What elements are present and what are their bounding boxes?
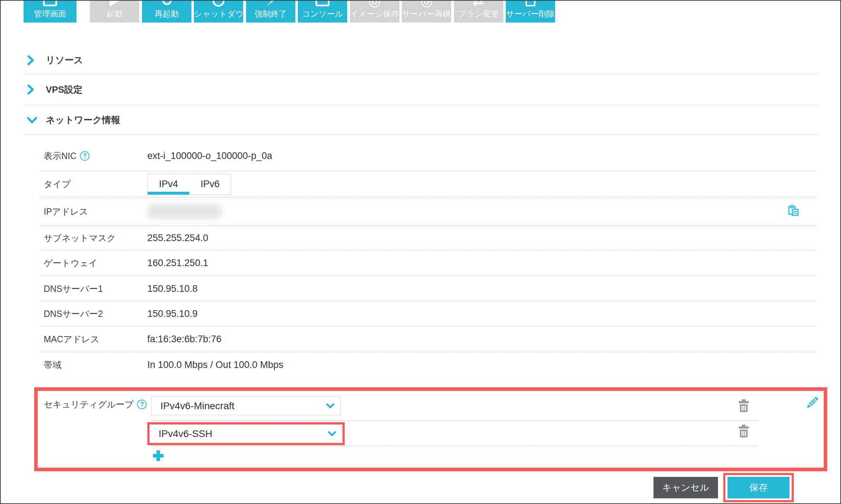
- chevron-down-icon: [26, 116, 41, 125]
- section-header-network-info[interactable]: ネットワーク情報: [24, 105, 819, 135]
- edit-pencil-icon[interactable]: [804, 395, 820, 412]
- security-group-select-2[interactable]: IPv4v6-SSH: [149, 424, 343, 443]
- selected-group-2: IPv4v6-SSH: [159, 428, 213, 440]
- toolbar-button-restart[interactable]: ↻ 再起動: [142, 1, 191, 23]
- row-label: MACアドレス: [39, 333, 147, 345]
- redacted-ip-value: [147, 204, 222, 219]
- security-group-select-1[interactable]: IPv4v6-Minecraft: [151, 397, 341, 415]
- gateway-value: 160.251.250.1: [147, 258, 208, 269]
- row-label: タイプ: [39, 178, 147, 190]
- toolbar-button-admin-panel[interactable]: 管理画面: [24, 1, 76, 23]
- display-nic-value: ext-i_100000-o_100000-p_0a: [147, 150, 272, 161]
- cancel-button[interactable]: キャンセル: [653, 477, 718, 498]
- server-action-toolbar: 管理画面 起動 ↻ 再起動 シャットダウン ⚡ 強制終了 コンソール ◎ イメー…: [24, 1, 556, 23]
- toolbar-button-force-stop[interactable]: ⚡ 強制終了: [246, 1, 295, 23]
- table-row-type: タイプ IPv4 IPv6: [39, 171, 816, 198]
- row-label: サブネットマスク: [39, 232, 147, 244]
- chevron-down-icon: [326, 400, 335, 412]
- row-label: 表示NIC: [44, 150, 76, 162]
- row-label: IPアドレス: [39, 206, 147, 217]
- row-label: DNSサーバー1: [39, 283, 147, 295]
- table-row-bandwidth: 帯域 In 100.0 Mbps / Out 100.0 Mbps: [39, 352, 816, 377]
- subnet-mask-value: 255.255.254.0: [147, 233, 208, 244]
- save-button-annotation-box: 保存: [723, 473, 794, 502]
- row-label: 帯域: [39, 359, 147, 371]
- selected-group-1: IPv4v6-Minecraft: [160, 400, 234, 412]
- security-group-label: セキュリティグループ: [44, 399, 134, 410]
- restart-icon: ↻: [142, 1, 191, 9]
- section-title: ネットワーク情報: [46, 114, 120, 126]
- delete-group-1-trash-icon[interactable]: [737, 399, 750, 414]
- monitor-icon: [24, 1, 76, 9]
- delete-group-2-trash-icon[interactable]: [737, 424, 750, 440]
- security-group-annotation-box: セキュリティグループ ? IPv4v6-Minecraft: [34, 387, 827, 471]
- help-icon[interactable]: ?: [80, 151, 90, 161]
- shutdown-icon: [194, 1, 243, 9]
- dns1-value: 150.95.10.8: [147, 283, 198, 294]
- dotted-divider: [151, 445, 759, 446]
- section-header-resources[interactable]: リソース: [24, 47, 819, 74]
- mac-address-value: fa:16:3e:6b:7b:76: [147, 334, 221, 345]
- table-row-mac-address: MACアドレス fa:16:3e:6b:7b:76: [39, 327, 816, 352]
- dns2-value: 150.95.10.9: [147, 308, 198, 319]
- trash-icon: [506, 1, 555, 9]
- toolbar-button-change-plan: ⇄ プラン変更: [454, 1, 503, 23]
- save-button[interactable]: 保存: [728, 477, 790, 498]
- copy-to-clipboard-icon[interactable]: [788, 205, 799, 218]
- disc-icon: ◎: [350, 1, 399, 9]
- chevron-right-icon: [26, 55, 41, 66]
- row-label: DNSサーバー2: [39, 308, 147, 320]
- settings-sections: リソース VPS設定 ネットワーク情報: [24, 47, 819, 135]
- table-row-display-nic: 表示NIC ? ext-i_100000-o_100000-p_0a: [39, 135, 816, 171]
- chevron-down-icon: [327, 428, 337, 440]
- section-title: リソース: [46, 54, 83, 66]
- tab-ipv4[interactable]: IPv4: [148, 174, 189, 195]
- toolbar-button-rebuild-server: ◎ サーバー再構築: [402, 1, 451, 23]
- section-header-vps-settings[interactable]: VPS設定: [24, 74, 819, 105]
- toolbar-button-delete-server[interactable]: サーバー削除: [506, 1, 555, 23]
- add-security-group-plus-icon[interactable]: [153, 450, 164, 461]
- play-icon: [90, 1, 139, 9]
- row-label: ゲートウェイ: [39, 257, 147, 269]
- dotted-divider: [151, 420, 759, 421]
- section-title: VPS設定: [46, 84, 82, 96]
- tab-ipv6[interactable]: IPv6: [189, 174, 231, 195]
- vps-network-settings-page: 管理画面 起動 ↻ 再起動 シャットダウン ⚡ 強制終了 コンソール ◎ イメー…: [0, 0, 841, 504]
- network-info-table: 表示NIC ? ext-i_100000-o_100000-p_0a タイプ I…: [39, 135, 816, 377]
- toolbar-button-start: 起動: [90, 1, 139, 23]
- rebuild-disc-icon: ◎: [402, 1, 451, 9]
- table-row-dns2: DNSサーバー2 150.95.10.9: [39, 302, 816, 327]
- toolbar-button-console[interactable]: コンソール: [298, 1, 347, 23]
- table-row-subnet-mask: サブネットマスク 255.255.254.0: [39, 226, 816, 251]
- help-icon[interactable]: ?: [137, 400, 147, 409]
- table-row-dns1: DNSサーバー1 150.95.10.8: [39, 276, 816, 302]
- table-row-gateway: ゲートウェイ 160.251.250.1: [39, 251, 816, 276]
- ip-type-tabs: IPv4 IPv6: [147, 174, 231, 195]
- swap-arrows-icon: ⇄: [454, 1, 503, 9]
- toolbar-button-save-image: ◎ イメージ保存: [350, 1, 399, 23]
- ssh-group-annotation-box: IPv4v6-SSH: [147, 422, 345, 445]
- bandwidth-value: In 100.0 Mbps / Out 100.0 Mbps: [147, 359, 283, 370]
- chevron-right-icon: [26, 84, 41, 95]
- console-icon: [298, 1, 347, 9]
- table-row-ip-address: IPアドレス: [39, 198, 816, 226]
- force-stop-icon: ⚡: [246, 1, 295, 9]
- toolbar-button-shutdown[interactable]: シャットダウン: [194, 1, 243, 23]
